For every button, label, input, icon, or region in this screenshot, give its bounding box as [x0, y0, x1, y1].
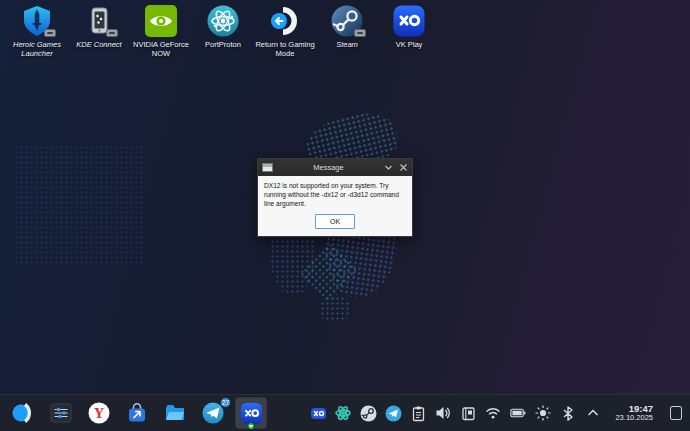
vkplay-status-badge — [247, 422, 255, 430]
yandex-browser-icon: Y — [87, 401, 111, 425]
shortcut-emblem-icon — [354, 29, 366, 37]
vkplay-task-button[interactable] — [236, 398, 266, 428]
desktop-icon-kdeconnect[interactable]: KDE Connect — [68, 4, 130, 58]
desktop-icon-gaming-mode[interactable]: Return to Gaming Mode — [254, 4, 316, 58]
telegram-button[interactable]: 27 — [198, 398, 228, 428]
nvidia-eye-icon — [144, 4, 178, 38]
portproton-atom-icon — [206, 4, 240, 38]
heroic-shield-icon — [20, 4, 54, 38]
system-tray: 19:47 23.10.2025 — [309, 404, 686, 423]
tray-brightness[interactable] — [534, 404, 552, 422]
telegram-unread-badge: 27 — [220, 397, 231, 408]
vkplay-icon — [392, 4, 426, 38]
desktop-icon-portproton[interactable]: PortProton — [192, 4, 254, 58]
dialog-body: DX12 is not supported on your system. Tr… — [258, 176, 412, 236]
dolphin-file-manager-button[interactable] — [160, 398, 190, 428]
tray-wifi[interactable] — [484, 404, 502, 422]
dialog-message: DX12 is not supported on your system. Tr… — [264, 181, 406, 209]
wallpaper-logo-dots-small — [320, 296, 350, 322]
desktop-icon-label: PortProton — [205, 40, 241, 49]
digital-clock[interactable]: 19:47 23.10.2025 — [615, 404, 653, 423]
desktop-icon-label: Heroic Games Launcher — [7, 40, 67, 58]
desktop-icon-vkplay[interactable]: VK Play — [378, 4, 440, 58]
dialog-titlebar[interactable]: Message — [258, 159, 412, 176]
desktop-icon-label: KDE Connect — [76, 40, 121, 49]
tray-portproton[interactable] — [334, 404, 352, 422]
portproton-tray-icon — [334, 404, 352, 422]
kdeconnect-phone-icon — [82, 4, 116, 38]
discover-button[interactable] — [122, 398, 152, 428]
application-launcher-button[interactable] — [8, 398, 38, 428]
tray-volume[interactable] — [434, 404, 452, 422]
desktop-icon-label: Return to Gaming Mode — [255, 40, 315, 58]
battery-icon — [509, 404, 527, 422]
folder-icon — [163, 401, 187, 425]
show-desktop-button[interactable] — [670, 406, 682, 420]
desktop-icon-grid: Heroic Games Launcher KDE Connect — [6, 4, 440, 58]
close-icon[interactable] — [399, 163, 408, 172]
bluetooth-icon — [560, 405, 576, 422]
taskbar-pinned-apps: Y 27 — [8, 398, 266, 428]
desktop-icon-label: NVIDIA GeForce NOW — [131, 40, 191, 58]
steam-tray-icon — [360, 405, 377, 422]
system-settings-button[interactable] — [46, 398, 76, 428]
desktop-icon-steam[interactable]: Steam — [316, 4, 378, 58]
wifi-icon — [484, 404, 502, 422]
desktop-icon-heroic[interactable]: Heroic Games Launcher — [6, 4, 68, 58]
launcher-icon — [11, 401, 35, 425]
desktop-icon-label: Steam — [336, 40, 358, 49]
window-icon — [262, 163, 273, 172]
wallet-icon — [460, 405, 477, 422]
desktop-icon-label: VK Play — [396, 40, 423, 49]
shortcut-emblem-icon — [44, 29, 56, 37]
steam-icon — [330, 4, 364, 38]
desktop-icon-nvidia[interactable]: NVIDIA GeForce NOW — [130, 4, 192, 58]
wallpaper-dot-texture — [14, 145, 144, 265]
brightness-sun-icon — [534, 404, 552, 422]
tray-telegram[interactable] — [384, 404, 402, 422]
gaming-mode-icon — [268, 4, 302, 38]
ok-button[interactable]: OK — [315, 214, 355, 229]
tray-vkplay[interactable] — [309, 404, 327, 422]
taskbar: Y 27 — [0, 394, 690, 431]
sliders-icon — [49, 401, 73, 425]
minimize-icon[interactable] — [384, 163, 393, 172]
volume-icon — [434, 404, 452, 422]
svg-text:Y: Y — [94, 406, 104, 421]
dialog-title: Message — [273, 163, 384, 172]
tray-bluetooth[interactable] — [559, 404, 577, 422]
clipboard-icon — [410, 405, 427, 422]
discover-bag-icon — [125, 401, 149, 425]
message-dialog: Message DX12 is not supported on your sy… — [257, 158, 413, 237]
shortcut-emblem-icon — [106, 29, 118, 37]
tray-steam[interactable] — [359, 404, 377, 422]
tray-expand-arrow[interactable] — [584, 404, 602, 422]
chevron-up-icon — [585, 405, 601, 421]
tray-battery[interactable] — [509, 404, 527, 422]
yandex-browser-button[interactable]: Y — [84, 398, 114, 428]
vkplay-tray-icon — [310, 405, 327, 422]
clock-date: 23.10.2025 — [615, 414, 653, 422]
tray-clipboard[interactable] — [409, 404, 427, 422]
tray-wallet[interactable] — [459, 404, 477, 422]
telegram-tray-icon — [385, 405, 402, 422]
